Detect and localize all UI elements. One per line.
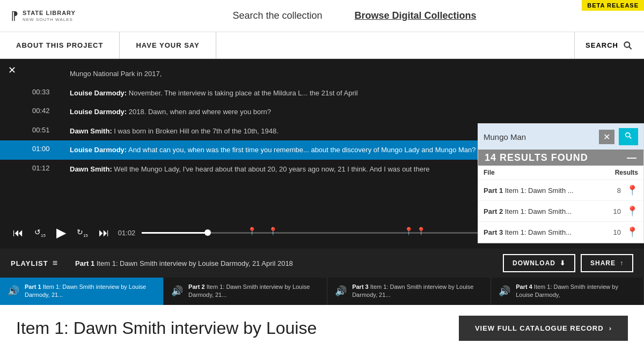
- playlist-label: PLAYLIST: [11, 259, 48, 267]
- transcript-text-1: Mungo National Park in 2017,: [70, 69, 162, 79]
- logo-icon: ⁋: [11, 9, 18, 23]
- search-results-input[interactable]: [484, 132, 595, 141]
- location-icon-1: 📍: [626, 184, 638, 196]
- share-button[interactable]: SHARE ↑: [581, 254, 633, 272]
- rewind-15-button[interactable]: ↺15: [32, 226, 48, 240]
- collapse-icon: —: [627, 153, 637, 162]
- playlist-item-3-icon: 🔊: [335, 285, 347, 297]
- skip-to-start-button[interactable]: ⏮: [11, 225, 26, 241]
- download-button[interactable]: DOWNLOAD ⬇: [503, 254, 575, 272]
- search-results-table: File Results Part 1 Item 1: Dawn Smith .…: [478, 166, 643, 243]
- transcript-text-5: Louise Darmody: And what can you, when w…: [70, 145, 476, 155]
- playlist-bar: PLAYLIST ≡ Part 1 Item 1: Dawn Smith int…: [0, 249, 644, 278]
- search-result-row-3[interactable]: Part 3 Item 1: Dawn Smith... 10 📍: [478, 222, 643, 243]
- player-container: ✕ Mungo National Park in 2017, 00:33 Lou…: [0, 59, 644, 305]
- secondary-nav: ABOUT ThiS PROJECT HAVE YOUR SAY SEARCH: [0, 32, 644, 59]
- timestamp-3: 00:42: [32, 107, 54, 115]
- search-button[interactable]: SEARCH: [574, 32, 644, 58]
- timestamp-4: 00:51: [32, 126, 54, 134]
- search-submit-button[interactable]: [619, 128, 638, 145]
- playlist-title: Part 1 Item 1: Dawn Smith interview by L…: [64, 259, 503, 267]
- header: ⁋ STATE LIBRARY NEW SOUTH WALES Search t…: [0, 0, 644, 32]
- playlist-item-4-text: Part 4 Item 1: Dawn Smith interview by L…: [516, 283, 636, 300]
- bottom-section: Item 1: Dawn Smith interview by Louise V…: [0, 305, 644, 352]
- chevron-right-icon: ›: [609, 324, 612, 332]
- close-button[interactable]: ✕: [8, 64, 16, 76]
- playlist-item-4[interactable]: 🔊 Part 4 Item 1: Dawn Smith interview by…: [491, 278, 644, 305]
- playlist-item-1-text: Part 1 Item 1: Dawn Smith interview by L…: [25, 283, 156, 300]
- progress-fill: [142, 232, 207, 234]
- transcript-line-2: 00:33 Louise Darmody: November. The inte…: [32, 84, 612, 103]
- nav-have-your-say[interactable]: HAVE YOUR SAY: [120, 32, 216, 58]
- logo[interactable]: ⁋ STATE LIBRARY NEW SOUTH WALES: [11, 9, 76, 23]
- svg-line-3: [630, 137, 632, 139]
- progress-handle[interactable]: [204, 229, 211, 236]
- playlist-item-3[interactable]: 🔊 Part 3 Item 1: Dawn Smith interview by…: [327, 278, 491, 305]
- timestamp-6: 01:12: [32, 164, 54, 172]
- download-icon: ⬇: [560, 259, 566, 267]
- transcript-line-3: 00:42 Louise Darmody: 2018. Dawn, when a…: [32, 102, 612, 122]
- playlist-item-4-icon: 🔊: [499, 285, 510, 297]
- playlist-item-2-text: Part 2 Item 1: Dawn Smith interview by L…: [188, 283, 319, 300]
- search-input-row: ✕: [478, 124, 643, 150]
- beta-badge: BETA RELEASE: [582, 0, 644, 11]
- play-button[interactable]: ▶: [54, 223, 68, 242]
- marker-2: 📍: [268, 227, 277, 235]
- playlist-button[interactable]: PLAYLIST ≡: [11, 258, 64, 268]
- search-results-header: File Results: [478, 166, 643, 180]
- transcript-text-2: Louise Darmody: November. The interview …: [70, 88, 358, 99]
- svg-point-0: [624, 42, 630, 47]
- nav-search[interactable]: Search the collection: [232, 10, 322, 21]
- playlist-items: 🔊 Part 1 Item 1: Dawn Smith interview by…: [0, 278, 644, 305]
- svg-point-2: [626, 133, 630, 137]
- transcript-text-6: Dawn Smith: Well the Mungo Lady, I've he…: [70, 164, 429, 175]
- logo-sub: NEW SOUTH WALES: [23, 17, 76, 22]
- nav-browse[interactable]: Browse Digital Collections: [355, 10, 477, 21]
- nav-about[interactable]: ABOUT ThiS PROJECT: [0, 32, 120, 58]
- svg-line-1: [629, 47, 632, 49]
- marker-1: 📍: [247, 227, 257, 235]
- playlist-item-1-icon: 🔊: [8, 285, 19, 297]
- search-results-dropdown: ✕ 14 RESULTS FOUND — File Results Part 1…: [478, 123, 644, 243]
- playlist-item-2-icon: 🔊: [171, 285, 183, 297]
- transcript-text-4: Dawn Smith: I was born in Broken Hill on…: [70, 126, 279, 137]
- share-icon: ↑: [620, 259, 624, 267]
- playlist-item-1[interactable]: 🔊 Part 1 Item 1: Dawn Smith interview by…: [0, 278, 164, 305]
- location-icon-2: 📍: [626, 205, 638, 217]
- location-icon-3: 📍: [626, 226, 638, 238]
- playlist-item-2[interactable]: 🔊 Part 2 Item 1: Dawn Smith interview by…: [164, 278, 327, 305]
- search-result-row-1[interactable]: Part 1 Item 1: Dawn Smith ... 8 📍: [478, 180, 643, 201]
- search-result-row-2[interactable]: Part 2 Item 1: Dawn Smith... 10 📍: [478, 201, 643, 222]
- search-submit-icon: [624, 131, 633, 140]
- forward-15-button[interactable]: ↻15: [75, 226, 90, 240]
- marker-3: 📍: [404, 227, 413, 235]
- playlist-item-3-text: Part 3 Item 1: Dawn Smith interview by L…: [352, 283, 483, 300]
- main-nav: Search the collection Browse Digital Col…: [76, 10, 633, 21]
- view-catalogue-button[interactable]: VIEW FULL CATALOGUE RECORD ›: [459, 316, 628, 341]
- playlist-icon: ≡: [53, 258, 58, 268]
- transcript-line-1: Mungo National Park in 2017,: [32, 64, 612, 84]
- timestamp-2: 00:33: [32, 88, 54, 96]
- timestamp-5: 01:00: [32, 145, 54, 153]
- skip-to-end-button[interactable]: ⏭: [97, 225, 112, 241]
- page-title: Item 1: Dawn Smith interview by Louise: [16, 318, 317, 338]
- search-icon: [623, 40, 633, 51]
- search-clear-button[interactable]: ✕: [599, 130, 614, 144]
- logo-name: STATE LIBRARY: [23, 10, 76, 17]
- search-results-count-bar: 14 RESULTS FOUND —: [478, 150, 643, 166]
- time-current: 01:02: [118, 229, 136, 237]
- transcript-text-3: Louise Darmody: 2018. Dawn, when and whe…: [70, 107, 271, 117]
- transcript: ✕ Mungo National Park in 2017, 00:33 Lou…: [0, 59, 644, 220]
- marker-4: 📍: [416, 227, 426, 235]
